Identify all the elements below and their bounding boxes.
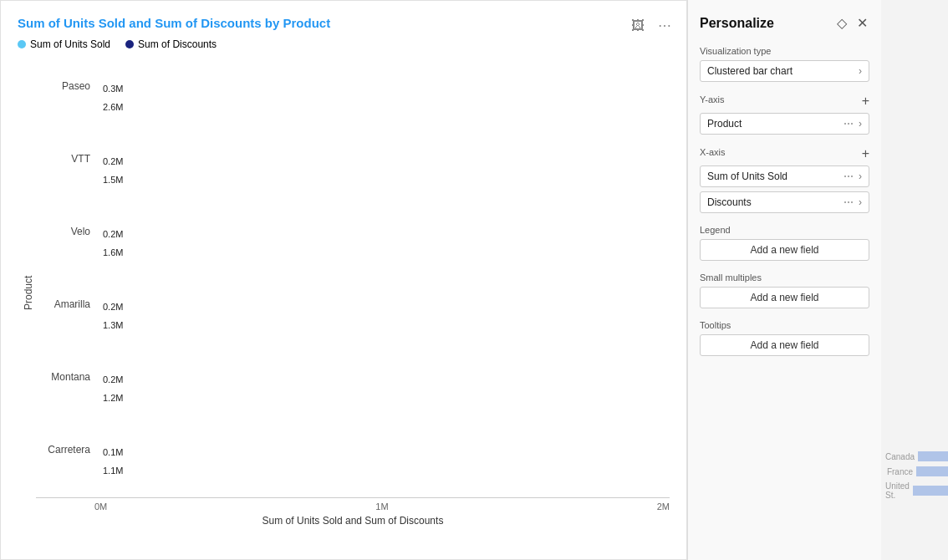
discounts-value-montana: 1.2M [103, 393, 123, 403]
legend-dot-discounts [125, 40, 134, 48]
y-axis-field-product[interactable]: Product ⋯ › [700, 113, 869, 135]
chart-more-btn[interactable]: ⋯ [655, 16, 675, 35]
legend-item-units: Sum of Units Sold [18, 38, 110, 50]
x-axis-units-chevron-icon: › [859, 171, 862, 182]
section-viz-type: Visualization type Clustered bar chart › [700, 46, 869, 82]
viz-type-chevron-icon: › [859, 65, 862, 77]
y-axis-field-icons: ⋯ › [844, 118, 862, 130]
product-label-amarilla: Amarilla [36, 298, 90, 310]
x-axis-discounts-chevron-icon: › [859, 196, 862, 208]
x-tick-0M: 0M [94, 501, 107, 512]
section-small-multiples: Small multiples Add a new field [700, 272, 869, 308]
discounts-row-paseo: 2.6M [94, 99, 123, 115]
units-row-paseo: 0.3M [94, 80, 123, 97]
legend-section-label: Legend [700, 225, 869, 235]
right-bg-chart: CanadaFranceUnited St. [885, 451, 948, 505]
chart-personalize-btn[interactable]: 🖼 [628, 16, 648, 35]
product-label-montana: Montana [36, 371, 90, 383]
units-row-montana: 0.2M [94, 371, 123, 388]
y-axis-label-row: Y-axis + [700, 94, 869, 109]
product-label-carretera: Carretera [36, 444, 90, 456]
small-multiples-label: Small multiples [700, 272, 869, 283]
y-axis-field-product-text: Product [707, 118, 742, 130]
chart-panel: Sum of Units Sold and Sum of Discounts b… [0, 0, 687, 560]
chart-title-text: Sum of Units Sold and Sum of Discounts b… [18, 16, 283, 30]
units-value-paseo: 0.3M [103, 84, 123, 94]
discounts-row-amarilla: 1.3M [94, 317, 123, 333]
x-axis-field-discounts-text: Discounts [707, 196, 752, 208]
panel-reset-btn[interactable]: ◇ [835, 13, 849, 33]
chart-title: Sum of Units Sold and Sum of Discounts b… [18, 16, 670, 30]
x-axis-title: Sum of Units Sold and Sum of Discounts [36, 515, 670, 527]
product-label-velo: Velo [36, 226, 90, 237]
units-value-vtt: 0.2M [103, 156, 123, 166]
units-value-velo: 0.2M [103, 229, 123, 239]
legend-add-field-btn[interactable]: Add a new field [700, 239, 869, 261]
section-legend: Legend Add a new field [700, 225, 869, 261]
product-label-paseo: Paseo [36, 80, 90, 92]
bar-group-montana: Montana0.2M1.2M [94, 369, 670, 408]
x-axis-field-units-text: Sum of Units Sold [707, 171, 787, 182]
y-axis-chevron-icon: › [859, 118, 862, 130]
x-axis-field-discounts-icons: ⋯ › [844, 196, 862, 208]
chart-toolbar: 🖼 ⋯ [628, 16, 675, 35]
units-value-montana: 0.2M [103, 374, 123, 384]
tooltips-add-text: Add a new field [750, 339, 818, 351]
discounts-value-amarilla: 1.3M [103, 320, 123, 330]
discounts-row-carretera: 1.1M [94, 462, 123, 479]
x-axis-label-row: X-axis + [700, 146, 869, 161]
units-value-carretera: 0.1M [103, 447, 123, 457]
panel-header: Personalize ◇ ✕ [700, 13, 869, 33]
panel-header-icons: ◇ ✕ [835, 13, 869, 33]
discounts-row-vtt: 1.5M [94, 171, 123, 188]
bars-section: Paseo0.3M2.6MVTT0.2M1.5MVelo0.2M1.6MAmar… [36, 59, 670, 498]
panel-close-btn[interactable]: ✕ [855, 13, 869, 33]
discounts-value-paseo: 2.6M [103, 102, 123, 112]
units-row-amarilla: 0.2M [94, 298, 123, 315]
section-y-axis: Y-axis + Product ⋯ › [700, 94, 869, 135]
x-axis-field-units[interactable]: Sum of Units Sold ⋯ › [700, 165, 869, 187]
x-tick-2M: 2M [657, 501, 670, 512]
viz-type-label: Visualization type [700, 46, 869, 56]
x-axis-field-discounts[interactable]: Discounts ⋯ › [700, 191, 869, 213]
viz-type-value: Clustered bar chart [707, 65, 793, 77]
y-axis-section-label: Y-axis [700, 94, 725, 104]
units-row-vtt: 0.2M [94, 153, 123, 170]
discounts-row-montana: 1.2M [94, 389, 123, 406]
y-axis-more-icon: ⋯ [844, 118, 854, 130]
bar-group-paseo: Paseo0.3M2.6M [94, 79, 670, 117]
panel-title: Personalize [700, 16, 774, 31]
section-x-axis: X-axis + Sum of Units Sold ⋯ › Discounts… [700, 146, 869, 213]
discounts-row-velo: 1.6M [94, 244, 123, 261]
y-axis-add-btn[interactable]: + [862, 94, 869, 109]
x-axis-units-more-icon: ⋯ [844, 171, 854, 182]
legend-item-discounts: Sum of Discounts [125, 38, 217, 50]
viz-type-field[interactable]: Clustered bar chart › [700, 60, 869, 82]
units-row-velo: 0.2M [94, 226, 123, 242]
right-bg-bar [913, 486, 948, 496]
right-bg-item: United St. [885, 481, 948, 500]
small-multiples-add-text: Add a new field [750, 292, 818, 303]
bar-group-velo: Velo0.2M1.6M [94, 224, 670, 262]
chart-title-highlight: Product [283, 16, 331, 30]
bar-group-vtt: VTT0.2M1.5M [94, 151, 670, 190]
x-axis-field-units-icons: ⋯ › [844, 171, 862, 182]
units-value-amarilla: 0.2M [103, 302, 123, 312]
x-axis-add-btn[interactable]: + [862, 146, 869, 161]
right-bg-bar [916, 466, 948, 476]
legend-add-field-text: Add a new field [750, 244, 818, 256]
section-tooltips: Tooltips Add a new field [700, 320, 869, 356]
discounts-value-vtt: 1.5M [103, 175, 123, 185]
legend-dot-units [18, 40, 26, 48]
x-tick-1M: 1M [375, 501, 388, 512]
legend-label-discounts: Sum of Discounts [138, 38, 217, 50]
small-multiples-add-btn[interactable]: Add a new field [700, 287, 869, 308]
personalize-panel: Personalize ◇ ✕ Visualization type Clust… [687, 0, 881, 560]
right-bg-label: Canada [885, 452, 915, 461]
y-axis-label: Product [18, 59, 36, 527]
tooltips-add-btn[interactable]: Add a new field [700, 334, 869, 356]
right-bg-bar [918, 451, 948, 461]
right-bg-item: Canada [885, 451, 948, 461]
product-label-vtt: VTT [36, 153, 90, 165]
right-bg-item: France [885, 466, 948, 476]
